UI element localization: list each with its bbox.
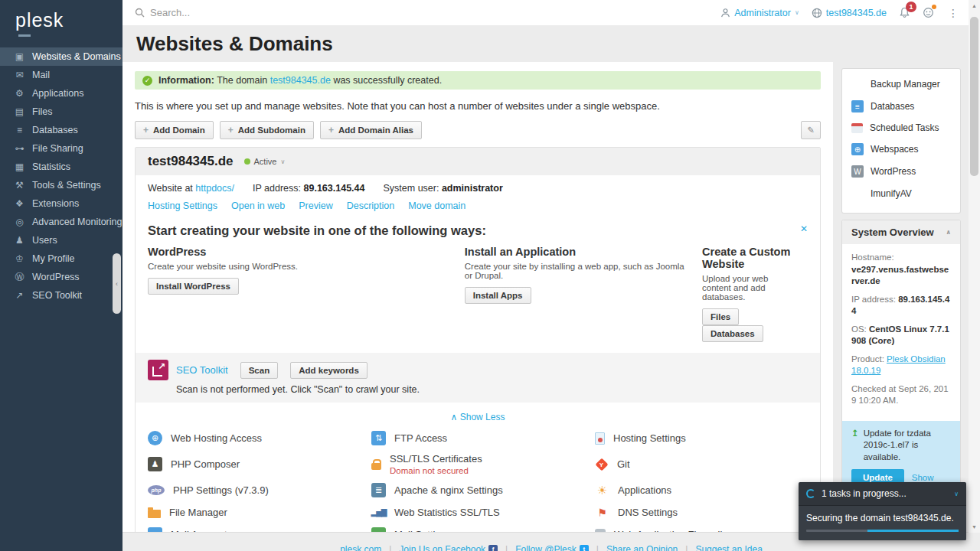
chevron-down-icon: ∨ [795,9,799,16]
feature-dns-settings[interactable]: ⚑DNS Settings [595,501,808,523]
success-banner: ✓ Information: The domain test984345.de … [135,71,821,90]
sidebar-item-files[interactable]: ▤Files [0,103,122,121]
file-sharing-icon: ⊶ [14,143,25,154]
scrollbar-thumb[interactable] [970,17,978,176]
preview-link[interactable]: Preview [299,201,332,211]
feature-hosting-settings[interactable]: Hosting Settings [595,427,808,449]
feature-ftp-access[interactable]: ⇅FTP Access [371,427,584,449]
open-in-web-link[interactable]: Open in web [231,201,285,211]
close-icon[interactable]: ✕ [800,223,808,234]
domain-ip: 89.163.145.44 [304,183,365,194]
task-progress-bar [806,530,959,532]
feedback-button[interactable] [923,7,934,18]
feature-file-manager[interactable]: File Manager [148,501,361,523]
sidebar-item-websites-domains[interactable]: ▣Websites & Domains [0,47,122,66]
feature-apache-nginx-settings[interactable]: ≣Apache & nginx Settings [371,479,584,501]
hosting-settings-link[interactable]: Hosting Settings [148,201,217,211]
rail-scheduled-tasks[interactable]: Scheduled Tasks [851,122,951,133]
promo-install-app: Install an Application Create your site … [465,246,702,342]
customize-view-button[interactable]: ✎ [801,121,821,139]
install-apps-button[interactable]: Install Apps [465,287,531,304]
seo-toolkit-block: ↗ SEO Toolkit Scan Add keywords Scan is … [136,353,820,403]
footer-facebook-link[interactable]: Join Us on Facebookf [399,544,498,551]
kebab-menu[interactable]: ⋮ [946,7,960,19]
ssl-warning: Domain not secured [390,466,482,475]
seo-toolkit-link[interactable]: SEO Toolkit [176,364,228,376]
add-keywords-button[interactable]: Add keywords [290,362,368,379]
sidebar-item-wordpress[interactable]: ⓌWordPress [0,268,122,286]
sidebar-collapse-handle[interactable]: ‹ [113,253,121,314]
sidebar-item-advanced-monitoring[interactable]: ◎Advanced Monitoring [0,213,122,231]
sidebar-item-file-sharing[interactable]: ⊶File Sharing [0,139,122,158]
applications-sun-icon: ☀ [595,483,609,497]
install-wordpress-button[interactable]: Install WordPress [148,278,239,295]
feature-php-settings[interactable]: phpPHP Settings (v7.3.9) [148,479,361,501]
sidebar-item-mail[interactable]: ✉Mail [0,66,122,84]
footer-twitter-link[interactable]: Follow @Pleskt [515,544,589,551]
websites-domains-icon: ▣ [14,51,25,62]
seo-note: Scan is not performed yet. Click "Scan" … [176,384,808,395]
scroll-down-arrow[interactable]: ▼ [969,524,980,530]
notifications-button[interactable]: 1 [899,7,910,18]
sidebar-item-users[interactable]: ♟Users [0,231,122,249]
notification-count-badge: 1 [906,2,916,12]
rail-imunifyav[interactable]: ⚙ImunifyAV [851,187,951,200]
rail-wordpress[interactable]: WWordPress [851,165,951,178]
show-less-toggle[interactable]: ∧ Show Less [148,412,808,422]
search-input[interactable] [150,7,380,18]
plesk-logo[interactable]: plesk [0,0,122,34]
update-arrow-icon: ↥ [851,428,859,464]
description-link[interactable]: Description [347,201,395,211]
footer-share-opinion-link[interactable]: Share an Opinion [606,544,678,551]
sidebar-item-extensions[interactable]: ❖Extensions [0,194,122,213]
dns-flag-icon: ⚑ [595,505,609,520]
user-menu[interactable]: Administrator ∨ [720,8,799,18]
tasks-popup-title: 1 tasks in progress... [822,488,906,499]
rail-wordpress-icon: W [851,165,864,178]
feature-ssl-tls-certificates[interactable]: SSL/TLS CertificatesDomain not secured [371,449,584,479]
add-domain-alias-button[interactable]: +Add Domain Alias [320,121,422,139]
footer-suggest-idea-link[interactable]: Suggest an Idea [695,544,762,551]
chevron-down-icon[interactable]: ∨ [954,491,959,497]
feature-web-hosting-access[interactable]: ⊕Web Hosting Access [148,427,361,449]
feature-applications[interactable]: ☀Applications [595,479,808,501]
httpdocs-link[interactable]: httpdocs/ [195,183,234,194]
feature-mail-settings[interactable]: ✉Mail Settings [371,523,584,532]
rail-webspaces[interactable]: ⊕Webspaces [851,143,951,155]
rail-databases[interactable]: ≡Databases [851,100,951,112]
system-overview-header[interactable]: System Overview∧ [842,220,960,244]
files-button[interactable]: Files [702,308,739,325]
move-domain-link[interactable]: Move domain [408,201,466,211]
rail-imunifyav-icon: ⚙ [851,187,864,200]
footer-plesk-com-link[interactable]: plesk.com [340,544,381,551]
domain-status-dropdown[interactable]: Active ∨ [244,157,286,166]
feature-git[interactable]: YGit [595,449,808,479]
git-icon: Y [596,458,609,471]
tasks-popup-header[interactable]: 1 tasks in progress... ∨ [799,482,966,506]
feature-web-statistics-ssl[interactable]: ▂▅▇Web Statistics SSL/TLS [371,501,584,523]
sidebar-item-databases[interactable]: ≡Databases [0,121,122,139]
banner-domain-link[interactable]: test984345.de [270,75,331,86]
add-domain-button[interactable]: +Add Domain [135,121,214,139]
sidebar-item-statistics[interactable]: ▦Statistics [0,158,122,176]
databases-button[interactable]: Databases [702,325,763,342]
banner-prefix: Information: [158,75,214,86]
vertical-scrollbar[interactable]: ▲ ▼ [969,0,980,533]
sidebar-item-tools-settings[interactable]: ⚒Tools & Settings [0,176,122,194]
promo-wordpress: WordPress Create your website using Word… [148,246,465,342]
status-dot [244,158,250,165]
intro-text: This is where you set up and manage webs… [135,100,821,112]
sidebar-item-seo-toolkit[interactable]: ↗SEO Toolkit [0,286,122,305]
current-domain-menu[interactable]: test984345.de [812,8,887,18]
scroll-up-arrow[interactable]: ▲ [969,3,980,8]
sidebar-item-my-profile[interactable]: ♔My Profile [0,249,122,268]
sidebar-item-applications[interactable]: ⚙Applications [0,84,122,103]
scan-button[interactable]: Scan [240,362,279,379]
feature-php-composer[interactable]: ♟PHP Composer [148,449,361,479]
global-search[interactable] [135,7,720,18]
feature-mail-accounts[interactable]: ✉Mail Accounts [148,523,361,532]
add-subdomain-button[interactable]: +Add Subdomain [220,121,314,139]
rail-backup-manager[interactable]: ↻Backup Manager [851,78,951,90]
globe-icon [812,8,822,18]
feature-web-application-firewall[interactable]: Web Application Firewall [595,523,808,532]
